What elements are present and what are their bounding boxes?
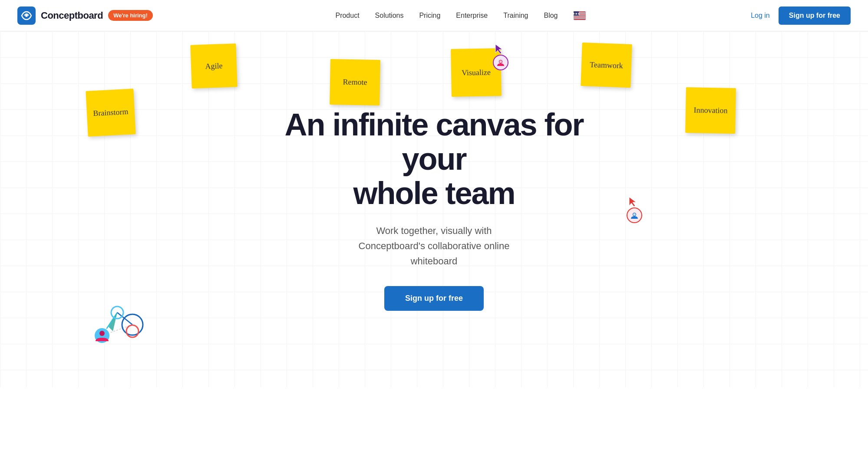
svg-rect-6	[574, 16, 586, 16]
hero-cta-button[interactable]: Sign up for free	[384, 286, 484, 311]
sticky-note-teamwork: Teamwork	[581, 43, 632, 88]
nav-blog[interactable]: Blog	[544, 12, 558, 20]
svg-marker-18	[109, 313, 117, 331]
collab-diagram-icon	[78, 281, 156, 351]
collaboration-diagram	[78, 281, 156, 352]
nav-training[interactable]: Training	[503, 12, 528, 20]
signup-button-nav[interactable]: Sign up for free	[779, 7, 851, 25]
sticky-note-agile: Agile	[190, 43, 237, 89]
cursor-avatar-purple	[495, 43, 508, 70]
nav-solutions[interactable]: Solutions	[375, 12, 404, 20]
sticky-note-innovation: Innovation	[685, 87, 736, 134]
svg-point-12	[499, 60, 502, 63]
svg-rect-7	[574, 17, 586, 18]
cursor-red-arrow-icon	[628, 196, 637, 207]
login-button[interactable]: Log in	[751, 12, 770, 20]
cursor-avatar-red	[628, 196, 642, 223]
language-flag-icon[interactable]: ★★★	[574, 11, 586, 20]
nav-product[interactable]: Product	[335, 12, 359, 20]
avatar-purple-icon	[495, 57, 506, 68]
svg-text:★★★: ★★★	[574, 12, 580, 15]
avatar-red-icon	[629, 210, 640, 221]
sticky-note-remote: Remote	[330, 59, 380, 105]
nav-pricing[interactable]: Pricing	[419, 12, 440, 20]
svg-point-14	[633, 213, 636, 216]
svg-point-23	[99, 331, 105, 336]
cursor-purple-arrow-icon	[495, 43, 503, 55]
svg-point-1	[25, 14, 28, 17]
hero-content: An infinite canvas for your whole team W…	[269, 99, 599, 319]
sticky-note-visualize: Visualize	[451, 48, 502, 97]
nav-actions: Log in Sign up for free	[751, 7, 851, 25]
logo-text: Conceptboard	[41, 10, 103, 21]
sticky-note-brainstorm: Brainstorm	[86, 89, 135, 137]
logo-icon	[17, 7, 36, 25]
svg-rect-8	[574, 18, 586, 19]
hero-title: An infinite canvas for your whole team	[278, 108, 591, 211]
hero-section: Agile Remote Visualize Teamwork Brainsto…	[0, 31, 868, 387]
nav-enterprise[interactable]: Enterprise	[456, 12, 488, 20]
nav-links: Product Solutions Pricing Enterprise Tra…	[170, 11, 751, 20]
logo-area: Conceptboard We're hiring!	[17, 7, 153, 25]
navbar: Conceptboard We're hiring! Product Solut…	[0, 0, 868, 31]
hero-subtitle: Work together, visually with Conceptboar…	[278, 223, 591, 269]
hiring-badge[interactable]: We're hiring!	[108, 10, 153, 21]
